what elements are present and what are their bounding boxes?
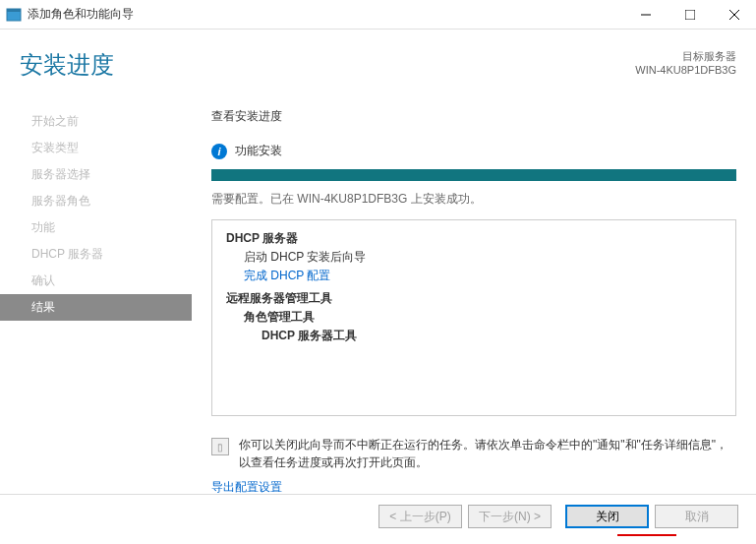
result-group-dhcp: DHCP 服务器 启动 DHCP 安装后向导 完成 DHCP 配置	[226, 230, 722, 284]
note-text: 你可以关闭此向导而不中断正在运行的任务。请依次单击命令栏中的"通知"和"任务详细…	[239, 436, 736, 471]
step-confirm: 确认	[0, 268, 192, 294]
titlebar: 添加角色和功能向导	[0, 0, 756, 30]
step-server-selection: 服务器选择	[0, 161, 192, 188]
app-icon	[6, 7, 22, 23]
minimize-button[interactable]	[623, 0, 668, 29]
maximize-button[interactable]	[668, 0, 712, 29]
target-server-info: 目标服务器 WIN-4KU8P1DFB3G	[635, 49, 736, 76]
wizard-steps-sidebar: 开始之前 安装类型 服务器选择 服务器角色 功能 DHCP 服务器 确认 结果	[0, 91, 192, 494]
previous-button: < 上一步(P)	[378, 505, 462, 528]
step-server-roles: 服务器角色	[0, 188, 192, 214]
wizard-main: 查看安装进度 i 功能安装 需要配置。已在 WIN-4KU8P1DFB3G 上安…	[192, 91, 756, 494]
info-icon: i	[211, 144, 227, 159]
export-config-link[interactable]: 导出配置设置	[211, 479, 282, 496]
result-role-tools: 角色管理工具	[226, 309, 722, 326]
complete-dhcp-config-link[interactable]: 完成 DHCP 配置	[226, 268, 722, 284]
svg-rect-1	[7, 9, 21, 12]
wizard-header: 安装进度 目标服务器 WIN-4KU8P1DFB3G	[0, 30, 756, 91]
results-box: DHCP 服务器 启动 DHCP 安装后向导 完成 DHCP 配置 远程服务器管…	[211, 219, 736, 416]
status-label: 功能安装	[235, 143, 282, 159]
result-group-rsat: 远程服务器管理工具 角色管理工具 DHCP 服务器工具	[226, 290, 722, 344]
flag-icon: ▯	[211, 438, 229, 455]
step-results: 结果	[0, 294, 192, 321]
window-title: 添加角色和功能向导	[28, 6, 623, 23]
note-row: ▯ 你可以关闭此向导而不中断正在运行的任务。请依次单击命令栏中的"通知"和"任务…	[211, 436, 736, 471]
wizard-body: 开始之前 安装类型 服务器选择 服务器角色 功能 DHCP 服务器 确认 结果 …	[0, 91, 756, 494]
svg-rect-3	[685, 10, 695, 20]
step-install-type: 安装类型	[0, 135, 192, 161]
close-button[interactable]: 关闭	[565, 505, 649, 528]
page-title: 安装进度	[20, 49, 114, 81]
window-controls	[623, 0, 756, 29]
result-dhcp-title: DHCP 服务器	[226, 230, 722, 247]
view-progress-title: 查看安装进度	[211, 108, 736, 125]
result-dhcp-tools: DHCP 服务器工具	[226, 328, 722, 344]
result-dhcp-launch: 启动 DHCP 安装后向导	[226, 249, 722, 266]
cancel-button: 取消	[655, 505, 738, 528]
step-features: 功能	[0, 214, 192, 241]
progress-bar	[211, 169, 736, 181]
target-value: WIN-4KU8P1DFB3G	[635, 64, 736, 76]
step-before-begin: 开始之前	[0, 108, 192, 135]
target-label: 目标服务器	[635, 49, 736, 64]
result-rsat-title: 远程服务器管理工具	[226, 290, 722, 307]
next-button: 下一步(N) >	[468, 505, 552, 528]
step-dhcp: DHCP 服务器	[0, 241, 192, 268]
close-window-button[interactable]	[712, 0, 756, 29]
status-row: i 功能安装	[211, 143, 736, 159]
progress-status-text: 需要配置。已在 WIN-4KU8P1DFB3G 上安装成功。	[211, 191, 736, 208]
wizard-footer: < 上一步(P) 下一步(N) > 关闭 取消	[0, 494, 756, 538]
